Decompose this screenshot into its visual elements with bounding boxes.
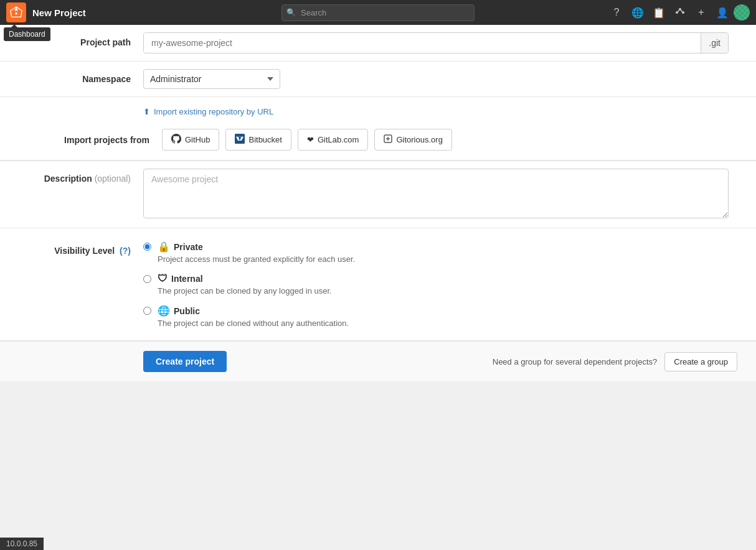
lock-icon: 🔒 [158, 241, 170, 253]
dashboard-tooltip: Dashboard [4, 27, 50, 41]
namespace-select[interactable]: Administrator [143, 69, 280, 89]
visibility-option-public: 🌐 Public The project can be cloned witho… [143, 305, 737, 328]
visibility-control: 🔒 Private Project access must be granted… [143, 241, 737, 328]
visibility-public-desc: The project can be cloned without any au… [158, 319, 349, 328]
svg-point-0 [15, 12, 17, 15]
globe-vis-icon: 🌐 [158, 305, 170, 317]
create-group-button[interactable]: Create a group [664, 352, 737, 371]
gitorious-label: Gitorious.org [396, 135, 442, 144]
search-input[interactable] [281, 4, 475, 21]
search-icon: 🔍 [286, 8, 296, 17]
import-row: Import projects from GitHub Bitbucket ❤ [19, 129, 737, 151]
group-prompt: Need a group for several dependent proje… [493, 357, 658, 366]
namespace-row: Namespace Administrator [0, 62, 756, 96]
upload-icon: ⬆ [143, 107, 150, 116]
shield-icon: 🛡 [158, 273, 168, 284]
clipboard-icon[interactable]: 📋 [649, 2, 669, 22]
github-button[interactable]: GitHub [162, 129, 219, 151]
description-control [143, 169, 737, 220]
visibility-help-link[interactable]: (?) [120, 246, 131, 256]
gitlab-button[interactable]: ❤ GitLab.com [298, 129, 368, 151]
avatar[interactable] [734, 4, 750, 21]
graph-icon[interactable] [670, 2, 690, 22]
visibility-radio-public[interactable] [143, 307, 151, 315]
description-row: Description (optional) [0, 161, 756, 228]
visibility-option-private: 🔒 Private Project access must be granted… [143, 241, 737, 264]
visibility-public-label: Public [174, 306, 200, 316]
svg-line-5 [681, 10, 682, 12]
visibility-private-label: Private [174, 242, 203, 252]
description-label: Description (optional) [19, 169, 143, 184]
gitorious-button[interactable]: Gitorious.org [374, 129, 451, 151]
visibility-label: Visibility Level (?) [19, 241, 143, 256]
user-icon[interactable]: 👤 [712, 2, 732, 22]
project-path-input[interactable] [144, 33, 701, 53]
import-section: ⬆ Import existing repository by URL Impo… [0, 97, 756, 161]
bitbucket-button[interactable]: Bitbucket [225, 129, 291, 151]
visibility-options: 🔒 Private Project access must be granted… [143, 241, 737, 328]
main-content: Project path .git Namespace Administrato… [0, 25, 756, 381]
svg-line-4 [678, 10, 679, 12]
import-url-text: Import existing repository by URL [154, 107, 273, 116]
bitbucket-icon [235, 134, 245, 146]
import-buttons: GitHub Bitbucket ❤ GitLab.com Gitori [162, 129, 452, 151]
import-projects-label: Import projects from [37, 135, 162, 145]
visibility-radio-internal[interactable] [143, 275, 151, 283]
page-title: New Project [32, 7, 86, 18]
visibility-private-desc: Project access must be granted explicitl… [158, 254, 355, 264]
globe-icon[interactable]: 🌐 [628, 2, 648, 22]
visibility-internal-label: Internal [171, 274, 203, 284]
github-icon [171, 134, 181, 146]
footer-bar: Create project Need a group for several … [0, 341, 756, 381]
visibility-internal-desc: The project can be cloned by any logged … [158, 286, 332, 296]
namespace-label: Namespace [19, 69, 143, 84]
help-icon[interactable]: ? [607, 2, 626, 22]
github-label: GitHub [185, 135, 210, 144]
gitlab-icon: ❤ [307, 135, 314, 144]
gitorious-icon [384, 134, 392, 145]
gitlab-label: GitLab.com [318, 135, 359, 144]
git-suffix: .git [701, 33, 728, 53]
navbar: New Project 🔍 ? 🌐 📋 + 👤 Dashboard [0, 0, 756, 25]
logo[interactable] [6, 2, 26, 22]
visibility-option-internal: 🛡 Internal The project can be cloned by … [143, 273, 737, 296]
plus-icon[interactable]: + [691, 2, 711, 22]
bitbucket-label: Bitbucket [248, 135, 281, 144]
visibility-radio-private[interactable] [143, 243, 151, 251]
project-path-input-wrap: .git [143, 32, 729, 54]
namespace-control: Administrator [143, 69, 737, 89]
description-textarea[interactable] [143, 169, 729, 218]
project-path-control: .git [143, 32, 737, 54]
navbar-actions: ? 🌐 📋 + 👤 [607, 2, 750, 22]
import-url-link[interactable]: ⬆ Import existing repository by URL [19, 107, 273, 116]
project-path-row: Project path .git [0, 25, 756, 61]
search-bar: 🔍 [281, 4, 475, 21]
visibility-row: Visibility Level (?) 🔒 Private Project a… [0, 228, 756, 340]
avatar-image [734, 4, 750, 21]
create-project-button[interactable]: Create project [143, 351, 227, 372]
group-section: Need a group for several dependent proje… [493, 352, 737, 371]
